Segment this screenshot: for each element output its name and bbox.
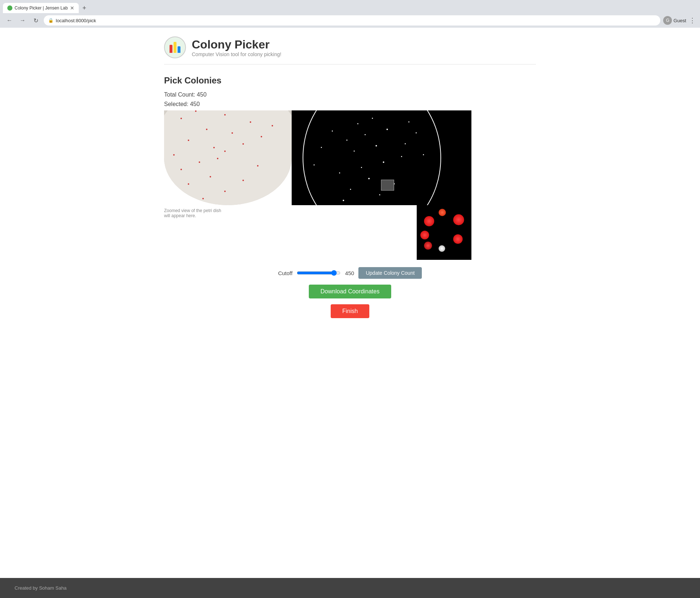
colony-dot <box>408 121 409 122</box>
colony-dot <box>346 140 347 141</box>
header-text: Colony Picker Computer Vision tool for c… <box>192 38 281 57</box>
colony-dot <box>386 129 388 130</box>
site-header: Colony Picker Computer Vision tool for c… <box>164 36 536 65</box>
colony-dot <box>314 164 315 165</box>
address-bar-row: ← → ↻ 🔒 localhost:8000/pick G Guest ⋮ <box>0 13 700 28</box>
image-container: Zoomed view of the petri dish will appea… <box>164 110 471 260</box>
logo-bar-red <box>170 45 172 53</box>
zoomed-colony <box>424 216 434 226</box>
zoomed-caption-line2: will appear here. <box>164 213 346 218</box>
profile-button[interactable]: G Guest <box>663 16 686 25</box>
tab-close-button[interactable]: ✕ <box>70 5 74 11</box>
profile-name: Guest <box>673 18 686 23</box>
site-title: Colony Picker <box>192 38 281 51</box>
colony-dot <box>365 134 366 135</box>
zoomed-colony <box>424 242 432 250</box>
colony-dot <box>361 167 362 168</box>
zoomed-image <box>417 205 471 260</box>
zoomed-colony <box>453 234 463 244</box>
colony-dot <box>339 172 340 173</box>
forward-button[interactable]: → <box>18 15 28 26</box>
address-bar[interactable]: 🔒 localhost:8000/pick <box>44 15 660 26</box>
lock-icon: 🔒 <box>48 18 54 23</box>
selected-count: Selected: 450 <box>164 101 536 108</box>
tab-favicon <box>7 5 12 11</box>
footer-credit: Created by Soham Saha <box>15 585 66 591</box>
tab-bar: Colony Picker | Jensen Lab ✕ + <box>0 0 700 13</box>
cutoff-row: Cutoff 450 Update Colony Count <box>278 267 422 279</box>
petri-circle <box>164 110 292 205</box>
refresh-button[interactable]: ↻ <box>31 15 41 26</box>
main-section: Pick Colonies Total Count: 450 Selected:… <box>164 75 536 108</box>
colony-dot <box>372 118 373 119</box>
zoomed-area-wrapper: Zoomed view of the petri dish will appea… <box>164 205 471 260</box>
colony-arc <box>303 110 441 205</box>
colony-dot <box>357 123 358 124</box>
logo-inner <box>170 42 180 53</box>
colony-dot <box>423 154 424 155</box>
cutoff-label: Cutoff <box>278 270 293 276</box>
site-logo <box>164 36 186 58</box>
main-image <box>164 110 471 205</box>
site-footer: Created by Soham Saha <box>0 578 700 598</box>
browser-menu-button[interactable]: ⋮ <box>689 16 696 24</box>
colony-dot <box>321 147 322 148</box>
page-wrapper: Colony Picker Computer Vision tool for c… <box>0 28 700 578</box>
tab-title: Colony Picker | Jensen Lab <box>15 5 68 11</box>
controls-area: Cutoff 450 Update Colony Count Download … <box>164 267 536 318</box>
colony-dot <box>343 200 344 201</box>
cutoff-value: 450 <box>345 270 354 276</box>
logo-bar-blue <box>178 46 180 53</box>
colony-dot <box>401 156 402 157</box>
colony-dot <box>379 194 380 195</box>
colony-dot <box>350 189 351 190</box>
zoomed-colony <box>420 231 429 239</box>
update-colony-count-button[interactable]: Update Colony Count <box>358 267 422 279</box>
page-content: Colony Picker Computer Vision tool for c… <box>149 28 551 327</box>
new-tab-button[interactable]: + <box>80 4 89 12</box>
zoomed-caption: Zoomed view of the petri dish will appea… <box>164 205 346 260</box>
colony-dot <box>383 161 384 163</box>
profile-avatar: G <box>663 16 672 25</box>
back-button[interactable]: ← <box>4 15 15 26</box>
colony-dot <box>405 143 406 144</box>
download-coordinates-button[interactable]: Download Coordinates <box>309 285 391 298</box>
zoomed-colony <box>439 209 446 216</box>
logo-bar-yellow <box>174 42 176 53</box>
finish-button[interactable]: Finish <box>331 304 370 318</box>
colony-dot <box>376 145 377 146</box>
cutoff-slider[interactable] <box>297 270 341 276</box>
zoomed-caption-line1: Zoomed view of the petri dish <box>164 208 346 213</box>
selection-box <box>381 180 394 191</box>
petri-section <box>164 110 292 205</box>
site-subtitle: Computer Vision tool for colony picking! <box>192 51 281 57</box>
section-title: Pick Colonies <box>164 75 536 86</box>
browser-chrome: Colony Picker | Jensen Lab ✕ + ← → ↻ 🔒 l… <box>0 0 700 28</box>
colony-dot <box>416 132 417 133</box>
colony-dot <box>332 130 333 132</box>
total-count: Total Count: 450 <box>164 91 536 98</box>
colony-dot <box>354 151 355 152</box>
colony-dot <box>368 178 370 179</box>
zoomed-colony <box>439 245 445 252</box>
active-tab[interactable]: Colony Picker | Jensen Lab ✕ <box>3 3 79 13</box>
url-text: localhost:8000/pick <box>56 18 656 23</box>
zoomed-colony <box>453 214 464 225</box>
black-section <box>292 110 471 205</box>
